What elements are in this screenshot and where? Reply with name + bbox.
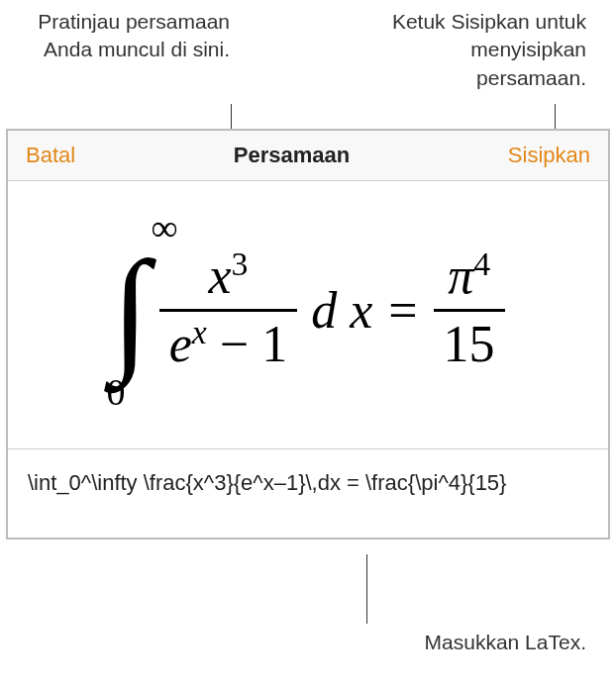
callout-preview: Pratinjau persamaan Anda muncul di sini. xyxy=(12,8,230,64)
integral-upper-bound: ∞ xyxy=(151,206,177,249)
equals-sign: = xyxy=(388,281,417,340)
right-denominator: 15 xyxy=(434,312,505,376)
equation-dialog: Batal Persamaan Sisipkan ∫ ∞ 0 x3 ex − 1… xyxy=(6,129,610,540)
callout-insert: Ketuk Sisipkan untuk menyisipkan persama… xyxy=(378,8,586,92)
callout-latex: Masukkan LaTex. xyxy=(339,629,586,656)
dialog-title: Persamaan xyxy=(234,143,350,168)
dialog-toolbar: Batal Persamaan Sisipkan xyxy=(8,131,608,181)
integral-icon: ∫ xyxy=(111,254,149,365)
latex-input[interactable]: \int_0^\infty \frac{x^3}{e^x–1}\,dx = \f… xyxy=(8,448,608,538)
cancel-button[interactable]: Batal xyxy=(26,143,75,168)
equation-preview: ∫ ∞ 0 x3 ex − 1 d x = π4 xyxy=(8,181,608,448)
fraction-right: π4 15 xyxy=(434,244,505,375)
denominator-base: e xyxy=(169,316,192,372)
denominator-rest: − 1 xyxy=(220,316,287,372)
numerator-base: x xyxy=(208,247,231,304)
callout-leader xyxy=(366,554,367,624)
numerator-sup: 3 xyxy=(232,245,249,282)
pi-sup: 4 xyxy=(473,245,490,282)
dx-term: d x xyxy=(311,281,372,340)
integral-lower-bound: 0 xyxy=(106,370,125,414)
fraction-left: x3 ex − 1 xyxy=(159,244,297,375)
denominator-sup: x xyxy=(192,313,207,349)
pi-base: π xyxy=(448,247,473,304)
insert-button[interactable]: Sisipkan xyxy=(508,143,590,168)
rendered-equation: ∫ ∞ 0 x3 ex − 1 d x = π4 xyxy=(111,211,504,409)
